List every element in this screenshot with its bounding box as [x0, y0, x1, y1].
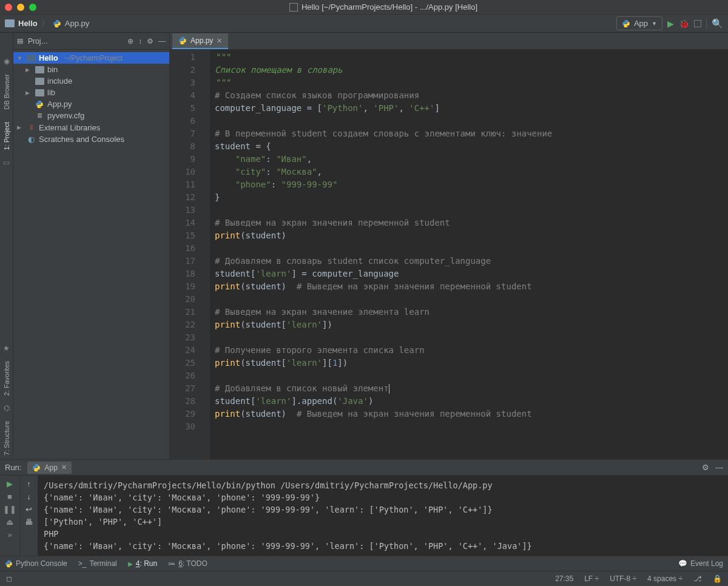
tree-pyvenv-cfg[interactable]: ≣pyvenv.cfg [13, 110, 169, 121]
maximize-window-button[interactable] [29, 4, 36, 11]
config-file-icon: ≣ [35, 112, 44, 120]
python-file-icon [53, 19, 61, 28]
tree-lib[interactable]: ▶lib [13, 87, 169, 98]
project-panel-title: Proj… [28, 37, 123, 45]
todo-icon: ≔ [168, 559, 175, 568]
chevron-down-icon: ▼ [652, 21, 657, 27]
status-indent[interactable]: 4 spaces ÷ [647, 574, 682, 583]
soft-wrap-icon[interactable]: ↩ [25, 505, 32, 514]
close-run-tab-icon[interactable]: ✕ [61, 463, 67, 471]
project-tree[interactable]: ▼ Hello ~/PycharmProject ▶bin include ▶l… [13, 50, 169, 147]
hide-panel-icon[interactable]: — [158, 37, 166, 45]
scroll-up-icon[interactable]: ↑ [27, 479, 31, 488]
more-run-icon[interactable]: » [7, 530, 12, 539]
status-encoding[interactable]: UTF-8 ÷ [610, 574, 636, 583]
run-output-rail: ↑ ↓ ↩ 🖶 [19, 476, 38, 556]
rail-structure[interactable]: 7: Structure [3, 417, 10, 459]
run-tool-window: Run: App ✕ ⚙ — ▶ ■ ❚❚ ⏏ » ↑ ↓ ↩ 🖶 /Users… [0, 459, 728, 556]
lock-icon[interactable]: 🔒 [713, 574, 722, 583]
print-icon[interactable]: 🖶 [25, 517, 33, 527]
line-gutter: 1234567891011121314151617181920212223242… [170, 50, 201, 459]
stop-button[interactable] [694, 20, 701, 27]
code-body[interactable]: """Список помещаем в словарь"""# Создаем… [210, 50, 728, 459]
hide-run-icon[interactable]: — [715, 463, 723, 472]
tree-bin[interactable]: ▶bin [13, 64, 169, 75]
breadcrumb: Hello 〉 App.py [5, 18, 89, 29]
python-icon [622, 19, 630, 28]
libraries-icon: ⦀ [26, 123, 36, 132]
git-branch-icon[interactable]: ⎇ [693, 574, 702, 583]
window-titlebar: Hello [~/PycharmProjects/Hello] - .../Ap… [0, 0, 728, 15]
navigation-toolbar: Hello 〉 App.py App ▼ ▶ 🐞 🔍 [0, 15, 728, 33]
tab-run[interactable]: ▶4: Run [128, 559, 157, 568]
close-tab-icon[interactable]: ✕ [217, 37, 222, 45]
db-browser-icon[interactable]: ◉ [2, 57, 11, 66]
rail-db-browser[interactable]: DB Browser [3, 70, 10, 113]
breadcrumb-project[interactable]: Hello [18, 19, 38, 28]
pause-run-button[interactable]: ❚❚ [3, 505, 16, 514]
project-tool-window: ▤ Proj… ⊕ ↕ ⚙ — ▼ Hello ~/PycharmProject… [13, 33, 170, 459]
tab-event-log[interactable]: 💬Event Log [678, 559, 723, 568]
folder-rail-icon: ▭ [2, 158, 11, 167]
tree-root[interactable]: ▼ Hello ~/PycharmProject [13, 52, 169, 64]
rerun-button[interactable]: ▶ [7, 479, 13, 488]
tab-python-console[interactable]: Python Console [5, 559, 67, 568]
status-caret-pos[interactable]: 27:35 [555, 574, 573, 583]
app-file-icon [289, 3, 298, 12]
rail-project[interactable]: 1: Project [3, 118, 10, 153]
play-icon: ▶ [128, 561, 133, 567]
status-toggle-icon[interactable]: ◻ [6, 574, 12, 583]
folder-icon [35, 66, 44, 73]
python-file-icon [35, 100, 44, 109]
minimize-window-button[interactable] [17, 4, 24, 11]
breadcrumb-separator: 〉 [41, 18, 49, 29]
gear-icon[interactable]: ⚙ [147, 37, 153, 45]
bottom-tool-tabs: Python Console >_Terminal ▶4: Run ≔6: TO… [0, 556, 728, 571]
search-everywhere-button[interactable]: 🔍 [712, 18, 723, 29]
run-button[interactable]: ▶ [667, 19, 674, 29]
python-icon [5, 560, 13, 568]
tab-todo[interactable]: ≔6: TODO [168, 559, 207, 568]
scratches-icon: ◐ [26, 135, 36, 144]
event-log-icon: 💬 [678, 559, 687, 568]
run-tab-app[interactable]: App ✕ [27, 462, 71, 474]
tab-terminal[interactable]: >_Terminal [78, 559, 117, 568]
run-header: Run: App ✕ ⚙ — [0, 460, 728, 476]
rail-favorites[interactable]: 2: Favorites [3, 357, 10, 399]
star-icon: ★ [2, 344, 11, 352]
stop-run-button[interactable]: ■ [7, 492, 12, 501]
editor-area: App.py ✕ 1234567891011121314151617181920… [170, 33, 728, 459]
folder-icon [35, 89, 44, 96]
close-window-button[interactable] [5, 4, 12, 11]
editor-tab-app[interactable]: App.py ✕ [172, 33, 228, 49]
folder-icon [35, 78, 44, 85]
project-root-icon [27, 55, 36, 62]
breadcrumb-file[interactable]: App.py [65, 19, 89, 28]
tree-scratches[interactable]: ◐Scratches and Consoles [13, 133, 169, 145]
run-label: Run: [5, 463, 21, 472]
scroll-down-icon[interactable]: ↓ [27, 492, 31, 501]
status-bar: ◻ 27:35 LF ÷ UTF-8 ÷ 4 spaces ÷ ⎇ 🔒 [0, 571, 728, 586]
project-folder-icon [5, 19, 15, 27]
python-file-icon [178, 36, 187, 45]
scroll-from-source-icon[interactable]: ⊕ [127, 37, 133, 45]
run-action-rail: ▶ ■ ❚❚ ⏏ » [0, 476, 19, 556]
tree-app-py[interactable]: App.py [13, 98, 169, 110]
run-output[interactable]: /Users/dmitriy/PycharmProjects/Hello/bin… [38, 476, 728, 556]
fold-gutter[interactable] [201, 50, 210, 459]
debug-button[interactable]: 🐞 [679, 19, 689, 29]
tree-external-libs[interactable]: ▶⦀External Libraries [13, 121, 169, 133]
tree-include[interactable]: include [13, 75, 169, 87]
editor-tabs: App.py ✕ [170, 33, 728, 50]
divider [706, 18, 707, 29]
run-settings-icon[interactable]: ⚙ [702, 463, 709, 472]
traffic-lights [5, 4, 36, 11]
left-tool-rail: ◉ DB Browser 1: Project ▭ ★ 2: Favorites… [0, 33, 13, 459]
terminal-icon: >_ [78, 559, 87, 568]
status-line-sep[interactable]: LF ÷ [584, 574, 599, 583]
window-title: Hello [~/PycharmProjects/Hello] - .../Ap… [44, 2, 723, 12]
exit-run-button[interactable]: ⏏ [6, 517, 13, 527]
run-configuration-selector[interactable]: App ▼ [616, 16, 662, 30]
code-editor[interactable]: 1234567891011121314151617181920212223242… [170, 50, 728, 459]
collapse-icon[interactable]: ↕ [138, 37, 142, 45]
